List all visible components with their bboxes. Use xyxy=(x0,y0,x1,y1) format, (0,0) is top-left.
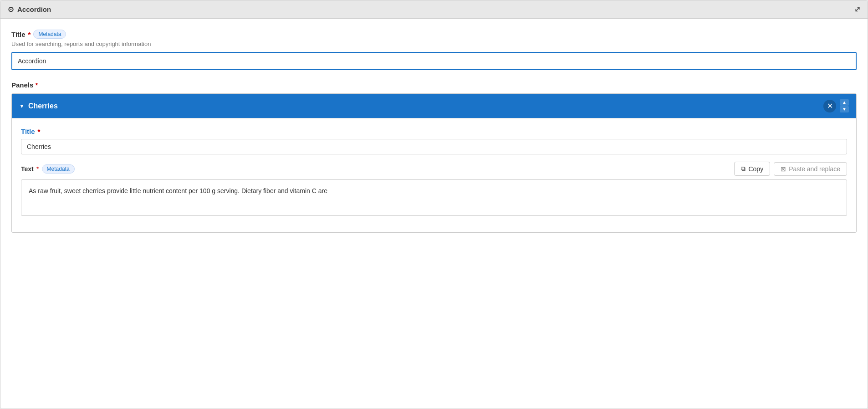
panel-down-button[interactable]: ▼ xyxy=(840,106,849,112)
paste-replace-button[interactable]: ⊠ Paste and replace xyxy=(774,162,847,176)
title-field-label: Title * Metadata xyxy=(11,30,857,39)
panel-inner-title-required: * xyxy=(38,128,41,135)
panel-title-text: Cherries xyxy=(28,102,58,110)
title-field-description: Used for searching, reports and copyrigh… xyxy=(11,41,857,47)
panel-inner-title-input[interactable] xyxy=(21,139,847,154)
copy-button[interactable]: ⧉ Copy xyxy=(734,162,770,176)
text-field-header: Text * Metadata ⧉ Copy ⊠ xyxy=(21,162,847,176)
copy-paste-group: ⧉ Copy ⊠ Paste and replace xyxy=(734,162,847,176)
panel-block: ▼ Cherries ✕ ▲ ▼ xyxy=(11,93,857,233)
panels-label-text: Panels xyxy=(11,81,33,89)
panel-header-left: ▼ Cherries xyxy=(19,102,58,110)
expand-icon[interactable]: ⤢ xyxy=(854,5,860,14)
copy-icon: ⧉ xyxy=(741,165,745,173)
header-title-text: Accordion xyxy=(17,5,51,13)
chevron-down-icon: ▼ xyxy=(19,103,25,109)
text-required-star: * xyxy=(36,165,39,173)
header-bar: ⊙ Accordion ⤢ xyxy=(0,0,868,19)
panel-inner-title-text: Title xyxy=(21,128,35,135)
text-metadata-badge: Metadata xyxy=(42,164,75,174)
panel-inner-title-label: Title * xyxy=(21,128,847,135)
content-area: Title * Metadata Used for searching, rep… xyxy=(0,19,868,255)
title-label-text: Title xyxy=(11,31,26,38)
accordion-icon: ⊙ xyxy=(8,5,14,14)
title-input[interactable] xyxy=(11,52,857,70)
paste-button-label: Paste and replace xyxy=(789,165,840,173)
copy-button-label: Copy xyxy=(748,165,763,173)
title-field-section: Title * Metadata Used for searching, rep… xyxy=(11,30,857,70)
title-required-star: * xyxy=(28,31,31,38)
text-preview-content: As raw fruit, sweet cherries provide lit… xyxy=(29,187,327,194)
panel-reorder-arrows: ▲ ▼ xyxy=(840,99,849,112)
title-metadata-badge: Metadata xyxy=(33,30,66,39)
text-label-text: Text xyxy=(21,165,34,173)
panel-body: Title * Text * Metadata xyxy=(12,118,856,232)
panel-close-button[interactable]: ✕ xyxy=(823,100,836,112)
panel-inner-title-field: Title * xyxy=(21,128,847,154)
paste-icon: ⊠ xyxy=(781,165,786,173)
text-field-label-group: Text * Metadata xyxy=(21,164,75,174)
header-title-group: ⊙ Accordion xyxy=(8,5,51,14)
accordion-editor: ⊙ Accordion ⤢ Title * Metadata Used for … xyxy=(0,0,868,409)
panel-header[interactable]: ▼ Cherries ✕ ▲ ▼ xyxy=(12,94,856,118)
panel-text-field: Text * Metadata ⧉ Copy ⊠ xyxy=(21,162,847,216)
panels-required-star: * xyxy=(35,81,38,89)
text-preview-box: As raw fruit, sweet cherries provide lit… xyxy=(21,179,847,216)
panels-section: Panels * ▼ Cherries ✕ ▲ ▼ xyxy=(11,81,857,233)
panel-header-right: ✕ ▲ ▼ xyxy=(823,99,849,112)
panel-up-button[interactable]: ▲ xyxy=(840,99,849,106)
panels-label: Panels * xyxy=(11,81,857,89)
